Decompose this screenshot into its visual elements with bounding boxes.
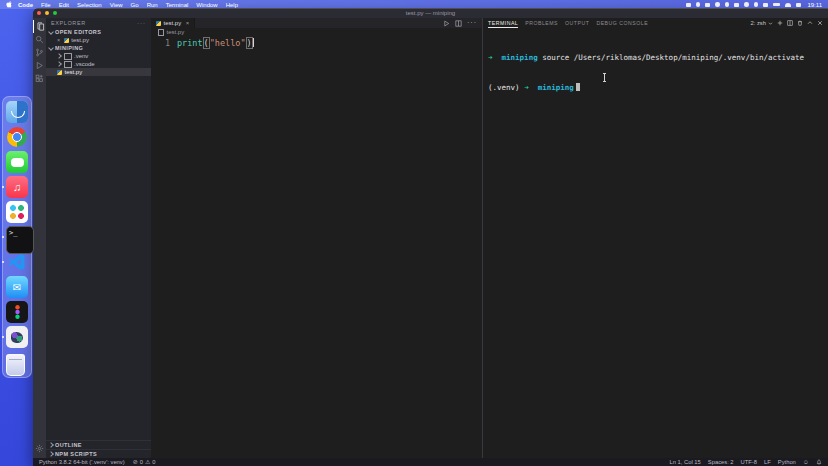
wifi-icon[interactable] (785, 3, 791, 7)
terminal-icon: >_ (6, 226, 34, 254)
do-not-disturb-icon[interactable] (715, 2, 720, 7)
dock-icon-slack[interactable] (6, 201, 28, 223)
spotlight-icon[interactable] (754, 2, 759, 7)
new-terminal-icon[interactable] (777, 20, 783, 26)
dock-icon-chrome[interactable] (6, 126, 28, 148)
encoding-status[interactable]: UTF-8 (741, 459, 757, 465)
menu-view[interactable]: View (106, 2, 127, 8)
chevron-down-icon (768, 21, 773, 26)
maximize-panel-icon[interactable] (807, 20, 813, 26)
code-editor[interactable]: 1 print("hello") (151, 36, 482, 458)
dock-icon-messages[interactable] (6, 151, 28, 173)
close-window-button[interactable] (37, 11, 42, 16)
tree-item-testpy[interactable]: test.py (46, 68, 151, 76)
terminal-shell-selector[interactable]: 2: zsh (751, 20, 773, 26)
notifications-bell-icon[interactable] (816, 459, 822, 466)
indentation-status[interactable]: Spaces: 2 (708, 459, 734, 465)
menu-go[interactable]: Go (127, 2, 143, 8)
venv-prefix: (.venv) (488, 83, 520, 92)
menubar-clock[interactable]: 19:11 (807, 2, 822, 8)
split-editor-icon[interactable] (455, 20, 462, 27)
cursor-position-status[interactable]: Ln 1, Col 15 (670, 459, 701, 465)
line-number: 1 (151, 38, 177, 49)
menu-run[interactable]: Run (143, 2, 162, 8)
now-playing-icon[interactable] (696, 2, 701, 7)
python-file-icon (57, 70, 62, 75)
terminal-output[interactable]: ➜ miniping source /Users/riklomas/Deskto… (483, 28, 828, 118)
language-mode-status[interactable]: Python (778, 459, 796, 465)
outline-section[interactable]: OUTLINE (46, 440, 151, 449)
menu-selection[interactable]: Selection (73, 2, 106, 8)
bluetooth-icon[interactable] (725, 2, 730, 7)
dock-icon-terminal[interactable]: >_ (6, 226, 28, 248)
battery-icon[interactable] (773, 3, 780, 7)
dock-icon-trash[interactable] (6, 351, 28, 373)
chat-icon[interactable] (734, 3, 739, 7)
music-icon: ♫ (6, 176, 28, 198)
tab-problems[interactable]: PROBLEMS (525, 18, 558, 28)
menu-file[interactable]: File (37, 2, 55, 8)
tab-terminal[interactable]: TERMINAL (488, 18, 518, 28)
editor-actions: ··· (443, 18, 482, 28)
tree-item-venv[interactable]: .venv (46, 52, 151, 60)
kill-terminal-icon[interactable] (797, 20, 803, 26)
dock-icon-music[interactable]: ♫ (6, 176, 28, 198)
sync-icon[interactable] (744, 2, 749, 7)
menu-window[interactable]: Window (192, 2, 221, 8)
tree-item-vscode[interactable]: .vscode (46, 60, 151, 68)
tab-output[interactable]: OUTPUT (565, 18, 589, 28)
run-and-debug-icon[interactable] (33, 59, 46, 72)
apple-menu-icon[interactable] (6, 1, 12, 8)
control-center-icon[interactable] (796, 3, 801, 7)
phone-icon[interactable] (763, 3, 768, 7)
tree-item-label: test.py (65, 69, 83, 75)
shell-selector-label: 2: zsh (751, 20, 766, 26)
close-panel-icon[interactable] (817, 20, 823, 26)
error-count: 0 (140, 459, 143, 465)
menu-help[interactable]: Help (222, 2, 242, 8)
tab-testpy[interactable]: test.py × (151, 18, 195, 28)
menu-app-name[interactable]: Code (14, 2, 37, 8)
workspace-label: MINIPING (55, 45, 83, 51)
tab-debug-console[interactable]: DEBUG CONSOLE (596, 18, 648, 28)
breadcrumb[interactable]: test.py (151, 28, 482, 36)
source-control-icon[interactable] (33, 46, 46, 59)
running-indicator (2, 186, 4, 188)
dock-icon-vscode[interactable] (6, 251, 28, 273)
breadcrumb-item: test.py (167, 29, 185, 35)
menu-terminal[interactable]: Terminal (162, 2, 193, 8)
menu-edit[interactable]: Edit (55, 2, 73, 8)
close-tab-icon[interactable]: × (186, 20, 190, 26)
open-editors-section[interactable]: OPEN EDITORS (46, 28, 151, 36)
close-icon[interactable]: × (57, 37, 60, 43)
problems-status[interactable]: ⊘ 0 ⚠ 0 (133, 459, 156, 465)
explorer-more-actions[interactable]: ··· (137, 20, 146, 26)
token-open-paren: ( (203, 37, 210, 49)
prompt-directory: miniping (538, 83, 574, 92)
dock-icon-finder[interactable] (6, 101, 28, 123)
eol-status[interactable]: LF (764, 459, 771, 465)
dock-icon-figma[interactable] (6, 301, 28, 323)
split-terminal-icon[interactable] (787, 20, 793, 26)
dock-icon-app[interactable] (6, 326, 28, 348)
zoom-window-button[interactable] (53, 11, 58, 16)
settings-gear-icon[interactable] (33, 442, 46, 455)
keyboard-icon[interactable] (705, 3, 710, 7)
extensions-icon[interactable] (33, 72, 46, 85)
terminal-prompt-glyph: >_ (9, 229, 17, 237)
workspace-section-miniping[interactable]: MINIPING (46, 44, 151, 52)
display-icon[interactable] (686, 3, 691, 7)
activity-bar (33, 18, 46, 458)
run-python-file-icon[interactable] (443, 20, 450, 27)
code-text: print("hello") (177, 38, 254, 49)
python-interpreter-status[interactable]: Python 3.8.2 64-bit ('.venv': venv) (39, 459, 125, 465)
status-bar-right: Ln 1, Col 15 Spaces: 2 UTF-8 LF Python ☺ (670, 459, 822, 466)
dock-icon-mail[interactable]: ✉ (6, 276, 28, 298)
search-icon[interactable] (33, 33, 46, 46)
minimize-window-button[interactable] (45, 11, 50, 16)
open-editor-label: test.py (71, 37, 89, 43)
npm-scripts-section[interactable]: NPM SCRIPTS (46, 449, 151, 458)
window-titlebar[interactable]: test.py — miniping (33, 8, 828, 18)
explorer-icon[interactable] (33, 20, 46, 33)
open-editor-item-testpy[interactable]: × test.py (46, 36, 151, 44)
